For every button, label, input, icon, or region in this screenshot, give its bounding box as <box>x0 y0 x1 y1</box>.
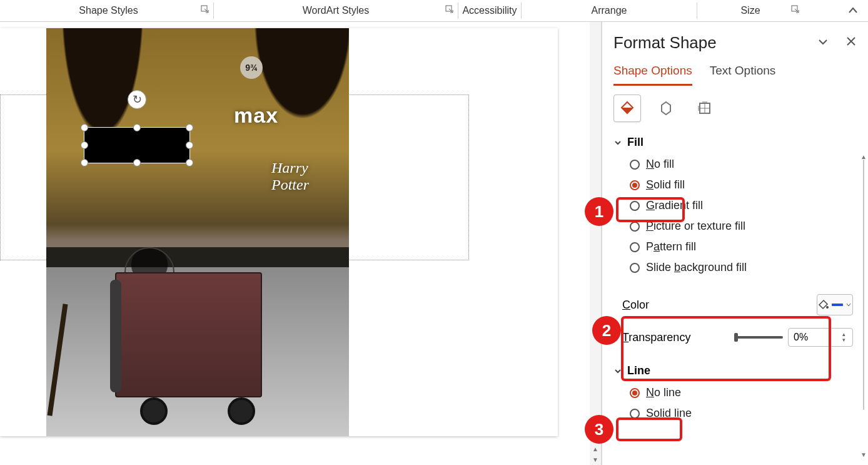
resize-handle-e[interactable] <box>186 141 193 149</box>
panel-title: Format Shape <box>613 33 817 53</box>
resize-handle-s[interactable] <box>133 159 141 166</box>
radio-icon <box>630 160 640 170</box>
transparency-label-rest: ransparency <box>628 331 690 344</box>
radio-icon <box>630 180 640 190</box>
transparency-slider[interactable] <box>735 336 783 339</box>
radio-icon <box>630 409 640 419</box>
effects-tab[interactable] <box>652 95 680 122</box>
ribbon-label-wordart-styles: WordArt Styles <box>300 5 371 16</box>
resize-handle-n[interactable] <box>133 124 141 131</box>
annotation-badge-2: 2 <box>592 316 621 345</box>
annotation-badge-3: 3 <box>585 415 613 444</box>
spin-down-icon[interactable]: ▾ <box>842 337 851 343</box>
ribbon-group-accessibility: Accessibility <box>458 0 521 21</box>
transparency-value: 0% <box>794 332 808 343</box>
fill-transparency-row: Transparency 0% ▴▾ <box>613 322 857 353</box>
fill-and-line-tab[interactable] <box>613 95 641 122</box>
fill-color-button[interactable] <box>817 294 853 315</box>
line-section-label: Line <box>627 364 650 377</box>
color-swatch <box>832 304 843 306</box>
fill-option-pattern-fill[interactable]: Pattern fill <box>613 237 857 257</box>
fill-option-slide-bg-fill[interactable]: Slide background fill <box>613 257 857 278</box>
chevron-down-icon <box>845 302 852 308</box>
slide-canvas[interactable]: 9¾ max Harry Potter ↻ ▲ ▼ <box>0 22 601 465</box>
dialog-launcher-size[interactable] <box>791 5 801 15</box>
fill-option-gradient-fill[interactable]: Gradient fill <box>613 195 857 216</box>
close-panel-button[interactable] <box>845 36 857 51</box>
document-scrollbar[interactable]: ▲ ▼ <box>590 22 601 465</box>
radio-icon <box>630 263 640 273</box>
fill-section-header[interactable]: Fill <box>613 136 857 149</box>
radio-icon <box>630 201 640 211</box>
paint-bucket-icon <box>818 299 829 310</box>
opt-label: ackground fill <box>680 261 747 273</box>
ribbon: Shape Styles WordArt Styles Accessibilit… <box>0 0 868 22</box>
scroll-down-icon[interactable]: ▼ <box>592 454 598 465</box>
resize-handle-nw[interactable] <box>81 124 88 131</box>
line-option-no-line[interactable]: No line <box>613 382 857 403</box>
fill-color-row: Color <box>613 288 857 322</box>
inserted-picture[interactable]: 9¾ max Harry Potter ↻ <box>46 28 349 436</box>
resize-handle-sw[interactable] <box>81 159 88 166</box>
rotate-handle[interactable]: ↻ <box>128 90 146 109</box>
scroll-up-icon[interactable]: ▲ <box>592 444 598 454</box>
line-option-solid-line[interactable]: Solid line <box>613 403 857 424</box>
ribbon-group-size: Size <box>697 0 804 21</box>
resize-handle-ne[interactable] <box>186 124 193 131</box>
movie-title-text: Harry Potter <box>271 160 349 193</box>
size-properties-tab[interactable] <box>691 95 719 122</box>
opt-label: o fill <box>654 158 674 170</box>
opt-label: icture or texture fill <box>654 220 745 232</box>
radio-icon <box>630 242 640 252</box>
opt-label: radient fill <box>655 199 703 212</box>
tab-text-options[interactable]: Text Options <box>710 64 776 86</box>
line-section-header[interactable]: Line <box>613 364 857 377</box>
scroll-down-icon[interactable]: ▼ <box>859 451 868 459</box>
radio-icon <box>630 388 640 398</box>
ribbon-group-wordart-styles: WordArt Styles <box>214 0 458 21</box>
fill-option-picture-fill[interactable]: Picture or texture fill <box>613 216 857 237</box>
opt-label: olid fill <box>654 178 685 191</box>
ribbon-label-accessibility: Accessibility <box>460 5 519 16</box>
opt-label: o line <box>654 386 681 399</box>
scrollbar-thumb[interactable] <box>863 160 864 410</box>
brand-text: max <box>234 103 278 128</box>
ribbon-group-shape-styles: Shape Styles <box>4 0 213 21</box>
fill-option-solid-fill[interactable]: Solid fill <box>613 175 857 195</box>
dialog-launcher-shape-styles[interactable] <box>201 5 211 15</box>
ribbon-label-size: Size <box>738 5 762 16</box>
radio-icon <box>630 222 640 232</box>
panel-scrollbar[interactable]: ▲ ▼ <box>859 153 868 459</box>
transparency-input[interactable]: 0% ▴▾ <box>788 328 853 347</box>
opt-label: ttern fill <box>660 240 696 253</box>
fill-section-label: Fill <box>627 136 643 149</box>
fill-option-no-fill[interactable]: No fill <box>613 154 857 175</box>
selected-rectangle-shape[interactable]: ↻ <box>84 127 190 163</box>
ribbon-group-arrange: Arrange <box>522 0 697 21</box>
format-shape-panel: Format Shape Shape Options Text Options <box>602 22 868 465</box>
panel-options-button[interactable] <box>817 36 829 51</box>
tab-shape-options[interactable]: Shape Options <box>613 64 692 86</box>
ribbon-label-arrange: Arrange <box>589 5 630 16</box>
opt-label: olid line <box>654 407 692 419</box>
resize-handle-w[interactable] <box>81 141 88 149</box>
platform-sign: 9¾ <box>240 56 263 79</box>
collapse-ribbon-button[interactable] <box>842 0 864 21</box>
annotation-badge-1: 1 <box>585 197 613 226</box>
svg-point-4 <box>826 306 829 309</box>
resize-handle-se[interactable] <box>186 159 193 166</box>
color-label-rest: olor <box>630 299 649 311</box>
ribbon-label-shape-styles: Shape Styles <box>76 5 140 16</box>
dialog-launcher-wordart-styles[interactable] <box>445 5 455 15</box>
